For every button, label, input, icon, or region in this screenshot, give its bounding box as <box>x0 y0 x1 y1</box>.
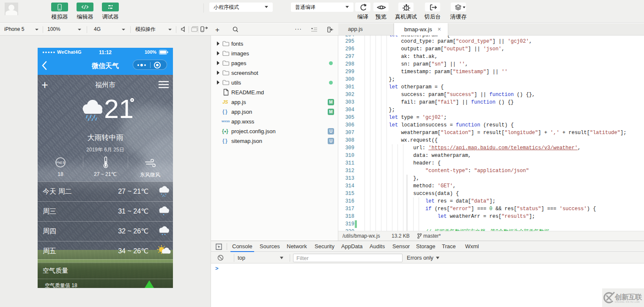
svg-text:CHUANG XIN HU LIAN: CHUANG XIN HU LIAN <box>615 301 640 303</box>
svg-text:PM2.5: PM2.5 <box>57 161 65 164</box>
svg-text:创新互联: 创新互联 <box>614 293 642 301</box>
